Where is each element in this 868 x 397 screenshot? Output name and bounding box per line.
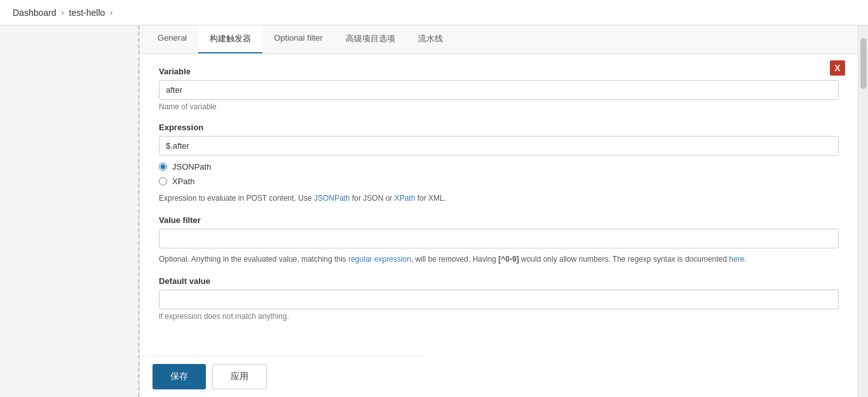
radio-jsonpath[interactable]: JSONPath [159,162,839,172]
apply-button[interactable]: 应用 [212,364,267,389]
variable-label: Variable [159,67,839,76]
vf-desc-middle: , will be removed. Having [411,255,498,264]
radio-jsonpath-label: JSONPath [172,162,211,172]
tab-general[interactable]: General [146,25,198,53]
close-button[interactable]: X [830,60,845,76]
here-link[interactable]: here [729,255,744,264]
expression-label: Expression [159,123,839,132]
scrollbar-thumb[interactable] [860,38,867,89]
tab-advanced-options[interactable]: 高级项目选项 [334,25,407,53]
vf-desc-dot: . [744,255,746,264]
expression-input[interactable] [159,136,839,156]
xpath-link[interactable]: XPath [395,194,416,203]
tab-optional-filter[interactable]: Optional filter [262,25,334,53]
breadcrumb-separator-2: › [110,8,112,17]
left-panel [0,25,140,397]
variable-hint: Name of variable [159,102,839,111]
project-name[interactable]: test-hello [69,8,105,18]
vf-desc-strong: [^0-9] [498,255,519,264]
save-button[interactable]: 保存 [153,364,206,389]
dashed-divider [138,25,139,397]
dashboard-link[interactable]: Dashboard [13,8,57,18]
scrollbar[interactable] [858,25,868,397]
tab-build-trigger[interactable]: 构建触发器 [198,25,262,53]
tab-pipeline[interactable]: 流水线 [407,25,454,53]
expression-type-radio-group: JSONPath XPath [159,162,839,186]
vf-desc-prefix: Optional. Anything in the evaluated valu… [159,255,348,264]
variable-input[interactable] [159,80,839,100]
radio-jsonpath-input[interactable] [159,163,167,171]
radio-xpath-input[interactable] [159,177,167,185]
expression-group: Expression JSONPath XPath Expression to … [159,123,839,204]
expr-desc-middle: for JSON or [350,194,395,203]
expr-desc-prefix: Expression to evaluate in POST content. … [159,194,314,203]
expr-desc-suffix: for XML. [415,194,446,203]
radio-xpath[interactable]: XPath [159,177,839,186]
default-value-label: Default value [159,276,839,286]
radio-xpath-label: XPath [172,177,194,186]
value-filter-group: Value filter Optional. Anything in the e… [159,215,839,265]
value-filter-label: Value filter [159,215,839,225]
variable-group: Variable Name of variable [159,67,839,111]
value-filter-description: Optional. Anything in the evaluated valu… [159,253,839,265]
regexp-link[interactable]: regular expression [348,255,411,264]
action-bar: 保存 应用 [140,356,426,397]
default-value-hint: if expression does not match anything. [159,312,839,321]
expression-description: Expression to evaluate in POST content. … [159,192,839,204]
value-filter-input[interactable] [159,229,839,248]
content-area: General 构建触发器 Optional filter 高级项目选项 流水线… [140,25,858,397]
jsonpath-link[interactable]: JSONPath [314,194,350,203]
breadcrumb-separator-1: › [62,8,64,17]
form-area: X Variable Name of variable Expression J… [140,54,858,397]
default-value-input[interactable] [159,290,839,309]
default-value-group: Default value if expression does not mat… [159,276,839,321]
tabs-bar: General 构建触发器 Optional filter 高级项目选项 流水线 [140,25,858,54]
vf-desc-end: would only allow numbers. The regexp syn… [519,255,729,264]
